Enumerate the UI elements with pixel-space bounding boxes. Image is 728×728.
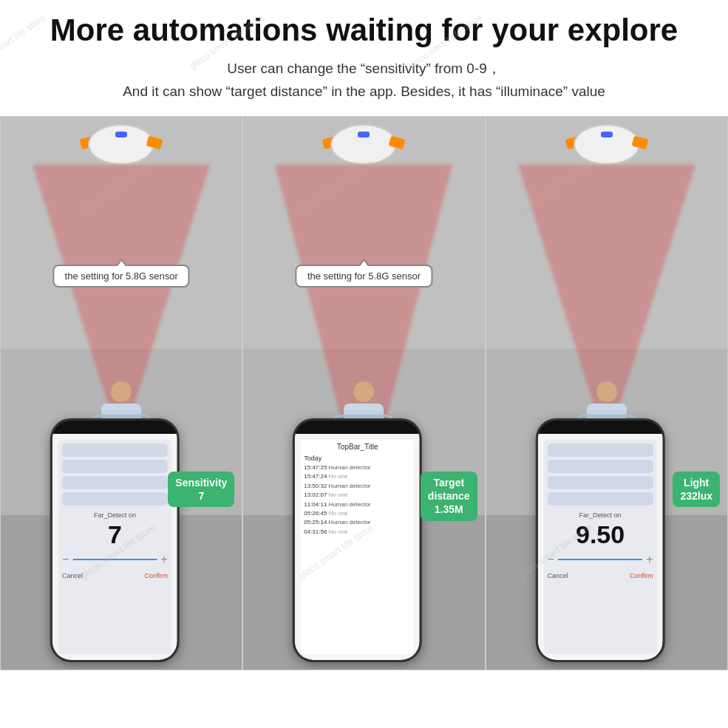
phone-screen-2: TopBar_Title Today 15:47:25 Human detect…	[295, 434, 420, 660]
log-time-0: 15:47:25	[304, 464, 327, 471]
phone-notch-3	[574, 421, 626, 434]
phone-log: TopBar_Title Today 15:47:25 Human detect…	[293, 418, 422, 662]
app-menu-1	[62, 443, 168, 457]
phone-sensitivity: Far_Detect on 7 − + Cancel Confirm	[50, 418, 180, 662]
sensor-device-3	[566, 124, 647, 169]
person-head	[111, 381, 132, 402]
log-entry-0: 15:47:25 Human detector	[304, 464, 411, 472]
confirm-btn[interactable]: Confirm	[144, 572, 168, 579]
person-head-2	[353, 381, 374, 402]
phone-screen: Far_Detect on 7 − + Cancel Confirm	[52, 434, 177, 660]
sensor-body	[88, 124, 154, 165]
log-entry-7: 04:31:56 No one	[304, 528, 411, 536]
sensor-indicator-2	[358, 132, 370, 137]
log-event-6: Human detector	[329, 519, 371, 525]
log-entry-2: 13:50:32 Human detector	[304, 483, 411, 490]
app-light-menu-3	[548, 476, 653, 489]
phone-notch	[89, 421, 140, 434]
app-log: TopBar_Title Today 15:47:25 Human detect…	[301, 440, 414, 654]
slider-minus-3[interactable]: −	[548, 553, 554, 566]
slider-plus-3[interactable]: +	[646, 553, 653, 566]
log-time-2: 13:50:32	[304, 483, 327, 489]
main-title: More automations waiting for your explor…	[15, 13, 713, 47]
subtitle-line2: And it can show “target distance” in the…	[15, 81, 713, 103]
app-sensitivity: Far_Detect on 7 − + Cancel Confirm	[58, 440, 171, 654]
sensor-device-1	[81, 124, 162, 169]
light-badge: Light 232lux	[673, 472, 720, 507]
sensor-indicator-3	[601, 132, 613, 137]
log-time-7: 04:31:56	[304, 528, 327, 535]
app-light-menu-1	[548, 443, 653, 457]
app-menu-3	[62, 476, 168, 489]
log-date: Today	[304, 455, 411, 462]
sensor-body-2	[330, 124, 397, 165]
log-entry-4: 11:04:11 Human detector	[304, 501, 411, 508]
app-light-menu-4	[548, 492, 653, 506]
log-entry-1: 15:47:24 No one	[304, 473, 411, 480]
log-event-5: No one	[329, 510, 348, 517]
app-btn-row-3: Cancel Confirm	[548, 572, 653, 579]
app-slider-row-3: − +	[548, 553, 653, 566]
log-time-3: 13:02:07	[304, 491, 327, 498]
log-entry-3: 13:02:07 No one	[304, 491, 411, 499]
app-detect-label-3: Far_Detect on	[548, 511, 653, 519]
phone-screen-3: Far_Detect on 9.50 − + Cancel Confirm	[538, 434, 663, 660]
log-event-3: No one	[329, 491, 348, 498]
log-time-6: 05:25:14	[304, 519, 327, 525]
app-topbar: TopBar_Title	[304, 443, 411, 451]
sensor-device-2	[323, 124, 404, 169]
panel-sensitivity: the setting for 5.8G sensor Sensitivity …	[0, 116, 242, 670]
panel-light: Light 232lux Far_Detect on 9.50 −	[486, 116, 728, 670]
sensor-body-3	[574, 124, 640, 165]
slider-minus[interactable]: −	[62, 553, 69, 566]
app-light: Far_Detect on 9.50 − + Cancel Confirm	[544, 440, 657, 654]
panel-target-distance: the setting for 5.8G sensor Target dista…	[242, 116, 485, 670]
log-event-2: Human detector	[329, 483, 371, 489]
log-event-4: Human detector	[329, 501, 371, 508]
log-time-4: 11:04:11	[304, 501, 327, 508]
cancel-btn[interactable]: Cancel	[62, 572, 83, 579]
app-btn-row: Cancel Confirm	[62, 572, 168, 579]
app-slider-row: − +	[62, 553, 168, 566]
slider-line	[72, 559, 157, 560]
log-event-1: No one	[329, 473, 348, 480]
header-section: More automations waiting for your explor…	[0, 0, 728, 110]
log-time-1: 15:47:24	[304, 473, 327, 480]
log-time-5: 05:26:45	[304, 510, 327, 517]
sensor-indicator	[115, 132, 127, 137]
sensor-tooltip-2: the setting for 5.8G sensor	[296, 265, 432, 288]
app-light-menu-2	[548, 460, 653, 473]
sensitivity-badge: Sensitivity 7	[168, 472, 234, 507]
sensor-tooltip-1: the setting for 5.8G sensor	[53, 265, 190, 288]
panels-container: the setting for 5.8G sensor Sensitivity …	[0, 116, 728, 670]
app-big-number-1: 7	[62, 520, 168, 549]
app-menu-4	[62, 492, 168, 506]
app-menu-2	[62, 460, 168, 473]
slider-plus[interactable]: +	[161, 553, 168, 566]
slider-line-3	[558, 559, 642, 560]
phone-notch-2	[332, 421, 384, 434]
cancel-btn-3[interactable]: Cancel	[548, 572, 568, 579]
log-entry-5: 05:26:45 No one	[304, 510, 411, 517]
subtitle: User can change the “sensitivity” from 0…	[15, 58, 713, 103]
app-big-number-3: 9.50	[548, 520, 653, 549]
log-event-0: Human detector	[329, 464, 371, 471]
page-wrapper: More automations waiting for your explor…	[0, 0, 728, 728]
phone-light: Far_Detect on 9.50 − + Cancel Confirm	[536, 418, 665, 662]
log-entry-6: 05:25:14 Human detector	[304, 519, 411, 526]
subtitle-line1: User can change the “sensitivity” from 0…	[15, 58, 713, 80]
log-entries: 15:47:25 Human detector 15:47:24 No one …	[304, 464, 411, 536]
confirm-btn-3[interactable]: Confirm	[630, 572, 653, 579]
app-detect-label-1: Far_Detect on	[62, 511, 168, 519]
person-head-3	[596, 381, 617, 402]
target-distance-badge: Target distance 1.35M	[421, 472, 477, 521]
log-event-7: No one	[329, 528, 348, 535]
